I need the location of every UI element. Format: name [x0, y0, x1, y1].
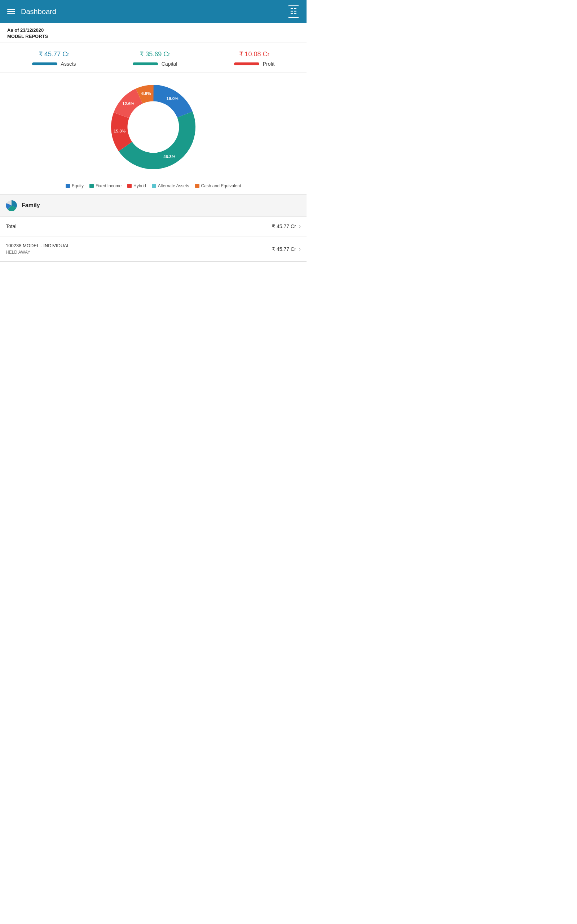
capital-bar: [133, 63, 158, 65]
total-chevron-icon: ›: [299, 223, 301, 229]
assets-value: ₹ 45.77 Cr: [39, 50, 69, 58]
capital-bar-row: Capital: [133, 61, 177, 67]
list-item-right: ₹ 45.77 Cr›: [272, 246, 301, 252]
legend-dot: [66, 184, 70, 188]
total-row[interactable]: Total ₹ 45.77 Cr ›: [0, 216, 306, 236]
legend-dot: [152, 184, 156, 188]
list-item-value: ₹ 45.77 Cr: [272, 246, 296, 252]
list-item-tag: HELD AWAY: [6, 250, 69, 255]
legend-item: Fixed Income: [89, 183, 121, 188]
header: Dashboard ☷: [0, 0, 306, 23]
list-item-left: 100238 MODEL - INDIVIDUALHELD AWAY: [6, 243, 69, 255]
model-reports-label: MODEL REPORTS: [7, 34, 299, 39]
total-row-right: ₹ 45.77 Cr ›: [272, 223, 301, 229]
legend-item: Hybrid: [127, 183, 146, 188]
header-left: Dashboard: [7, 8, 56, 16]
svg-text:12.6%: 12.6%: [122, 101, 134, 106]
report-icon[interactable]: ☷: [288, 5, 299, 18]
legend: EquityFixed IncomeHybridAlternate Assets…: [0, 183, 306, 195]
legend-item: Cash and Equivalent: [195, 183, 241, 188]
profit-label: Profit: [263, 61, 275, 67]
svg-text:15.3%: 15.3%: [114, 129, 126, 133]
list-item[interactable]: 100238 MODEL - INDIVIDUALHELD AWAY₹ 45.7…: [0, 236, 306, 262]
svg-text:6.9%: 6.9%: [141, 91, 151, 96]
legend-dot: [127, 184, 132, 188]
capital-label: Capital: [161, 61, 177, 67]
family-bar: Family: [0, 195, 306, 216]
stat-profit: ₹ 10.08 Cr Profit: [234, 50, 275, 67]
assets-bar-row: Assets: [32, 61, 76, 67]
donut-chart: 19.0%46.3%15.3%12.6%6.9%: [106, 80, 200, 174]
legend-dot: [89, 184, 94, 188]
legend-item: Equity: [66, 183, 84, 188]
stat-assets: ₹ 45.77 Cr Assets: [32, 50, 76, 67]
header-title: Dashboard: [21, 8, 56, 16]
total-value: ₹ 45.77 Cr: [272, 223, 296, 229]
chart-section: 19.0%46.3%15.3%12.6%6.9%: [0, 73, 306, 178]
list-item-chevron-icon: ›: [299, 246, 301, 252]
profit-bar: [234, 63, 259, 65]
stat-capital: ₹ 35.69 Cr Capital: [133, 50, 177, 67]
total-label: Total: [6, 223, 16, 229]
legend-item: Alternate Assets: [152, 183, 189, 188]
legend-label: Fixed Income: [95, 183, 121, 188]
svg-text:19.0%: 19.0%: [166, 96, 179, 101]
profit-bar-row: Profit: [234, 61, 275, 67]
legend-label: Alternate Assets: [158, 183, 189, 188]
assets-label: Assets: [61, 61, 76, 67]
family-title: Family: [22, 202, 40, 208]
date-bar: As of 23/12/2020 MODEL REPORTS: [0, 23, 306, 43]
profit-value: ₹ 10.08 Cr: [239, 50, 270, 58]
capital-value: ₹ 35.69 Cr: [140, 50, 170, 58]
list-item-id: 100238 MODEL - INDIVIDUAL: [6, 243, 69, 248]
legend-label: Hybrid: [134, 183, 146, 188]
family-pie-icon: [6, 200, 17, 211]
assets-bar: [32, 63, 57, 65]
legend-label: Cash and Equivalent: [201, 183, 241, 188]
legend-dot: [195, 184, 200, 188]
date-text: As of 23/12/2020: [7, 27, 299, 33]
stats-row: ₹ 45.77 Cr Assets ₹ 35.69 Cr Capital ₹ 1…: [0, 43, 306, 73]
svg-text:46.3%: 46.3%: [163, 154, 176, 159]
list-rows: 100238 MODEL - INDIVIDUALHELD AWAY₹ 45.7…: [0, 236, 306, 262]
legend-label: Equity: [72, 183, 84, 188]
menu-icon[interactable]: [7, 9, 15, 14]
